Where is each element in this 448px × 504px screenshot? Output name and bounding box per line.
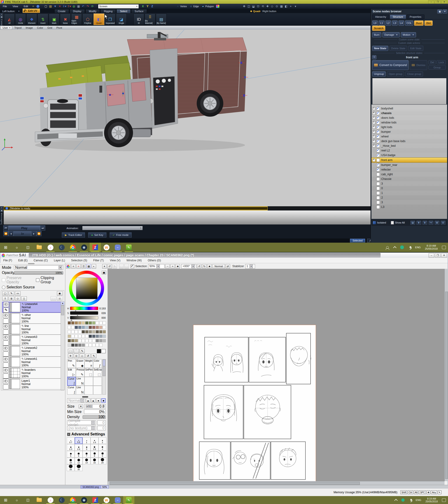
- scene-node-row[interactable]: 3: [372, 181, 447, 186]
- lock-button[interactable]: Lock: [437, 60, 446, 64]
- color-swatch[interactable]: [92, 326, 95, 329]
- color-swatch[interactable]: [89, 343, 92, 347]
- rewind-icon[interactable]: ⏪: [3, 231, 8, 236]
- select-tool-quadr[interactable]: ◧Quadr: [93, 14, 104, 25]
- select-tool-mark[interactable]: ▣Mark: [49, 14, 59, 25]
- transfer-down-button[interactable]: ⇩: [2, 296, 8, 301]
- screen-mode-combo[interactable]: Screen▼: [98, 4, 139, 9]
- brush-size-1.5[interactable]: 1.5: [90, 437, 98, 444]
- brush-size-8[interactable]: 8: [90, 451, 98, 458]
- close-icon[interactable]: ✕: [0, 206, 3, 209]
- color-swatch[interactable]: [92, 343, 95, 347]
- visibility-checkbox[interactable]: [376, 191, 380, 195]
- color-swatch[interactable]: [75, 330, 78, 333]
- brush-size-25[interactable]: 25: [67, 464, 75, 471]
- brush-size-3[interactable]: 3: [83, 444, 90, 451]
- visibility-eye-icon[interactable]: [4, 314, 8, 317]
- swatch-palette[interactable]: [65, 319, 108, 348]
- color-swatch[interactable]: [71, 326, 74, 329]
- state-button-dust[interactable]: Dust: [414, 20, 424, 26]
- tool-weight[interactable]: Weight≡: [85, 359, 93, 368]
- taskbar-icon-zmodeler[interactable]: Z: [90, 496, 101, 504]
- select-tool-circle[interactable]: ◎Circle: [15, 14, 26, 25]
- tool-curve[interactable]: Curve∫: [67, 386, 76, 395]
- undo-icon[interactable]: ↶: [81, 4, 85, 8]
- new-file-icon[interactable]: ▢: [44, 4, 48, 8]
- pin-icon[interactable]: ▣: [0, 16, 3, 18]
- visibility-eye-icon[interactable]: [4, 347, 8, 350]
- layer-row[interactable]: boardersNormal100%: [2, 367, 63, 378]
- taskbar-icon-steam[interactable]: ◉: [78, 243, 90, 252]
- color-wheel[interactable]: [69, 271, 104, 306]
- select-tool-separated[interactable]: ❒Separated: [105, 14, 115, 25]
- show-all-button[interactable]: Show All: [391, 221, 405, 224]
- sai-menu-edit[interactable]: Edit (E): [15, 259, 31, 262]
- viewport-user-tab[interactable]: User◂: [0, 26, 12, 30]
- color-swatch[interactable]: [89, 321, 92, 324]
- rotate-ccw-icon[interactable]: ↺: [197, 264, 201, 269]
- select-tool-none[interactable]: ✖None: [60, 14, 71, 25]
- edge-shape-1-icon[interactable]: ▲: [86, 398, 90, 403]
- ribbon-tab-display[interactable]: Display: [70, 9, 85, 13]
- select-tool-polyline[interactable]: ⬠Polyline: [82, 14, 93, 25]
- wand-tool-icon[interactable]: ✎: [80, 349, 85, 353]
- color-swatch[interactable]: [89, 330, 92, 333]
- select-tool--by-material-[interactable]: ⠿[By Material]: [145, 14, 155, 25]
- refresh-icon[interactable]: ⟳: [90, 4, 94, 8]
- scene-node-row[interactable]: window lods: [372, 120, 447, 125]
- sai-menu-window[interactable]: Window (W): [124, 259, 145, 262]
- tool-seleras[interactable]: SelEras⬚: [93, 368, 102, 377]
- right-button-tool[interactable]: Quadr: [253, 10, 260, 13]
- taskbar-icon-itunes[interactable]: ♪: [45, 496, 56, 504]
- color-swatch[interactable]: [89, 326, 92, 329]
- layer-row[interactable]: Linework2Normal100%: [2, 345, 63, 357]
- color-swatch[interactable]: [96, 326, 99, 329]
- left-button-dropdown-icon[interactable]: ▼: [17, 9, 21, 13]
- brush-size-30[interactable]: 30: [75, 464, 83, 471]
- expand-icon[interactable]: [372, 121, 376, 124]
- color-swatch[interactable]: [82, 326, 85, 329]
- color-swatch[interactable]: [78, 326, 81, 329]
- scene-node-row[interactable]: 1: [372, 191, 447, 195]
- lasso-tool-icon[interactable]: ⌒: [74, 349, 79, 353]
- edit-state-button[interactable]: Edit State: [408, 46, 423, 51]
- minimize-button[interactable]: –: [429, 253, 434, 258]
- tool-pressure[interactable]: Pressure✎: [76, 368, 85, 377]
- new-layer-button[interactable]: ▢: [2, 291, 8, 296]
- brush-size-20[interactable]: 20: [98, 458, 107, 464]
- canvas-vscrollbar[interactable]: [445, 269, 448, 481]
- visibility-checkbox[interactable]: [376, 159, 380, 162]
- toggle-polygon[interactable]: ▰Polygon: [201, 4, 214, 8]
- visibility-checkbox[interactable]: [376, 135, 380, 138]
- import-icon[interactable]: ⇧▾: [67, 4, 71, 8]
- toolbar-icon[interactable]: ⌖: [289, 4, 293, 8]
- color-swatch[interactable]: [78, 330, 81, 333]
- taskbar-icon-task-view[interactable]: ◫: [22, 496, 34, 504]
- size-dropdown-icon[interactable]: ▾: [79, 405, 83, 408]
- delete-state-button[interactable]: Delete State: [389, 46, 407, 51]
- brush-size-0.8[interactable]: 0.8: [75, 437, 83, 444]
- layer-mode-combo[interactable]: Normal▼: [14, 265, 63, 270]
- viewport-menu-grid[interactable]: Grid: [45, 26, 54, 29]
- density-slider[interactable]: 100: [83, 415, 106, 419]
- color-swatch[interactable]: [68, 339, 71, 342]
- expand-icon[interactable]: [372, 140, 376, 143]
- menu-edit[interactable]: Edit: [21, 5, 31, 8]
- color-swatch[interactable]: [82, 321, 85, 324]
- open-group-button[interactable]: Open group: [387, 72, 404, 76]
- pin-icon[interactable]: ▣: [437, 10, 442, 14]
- color-swatch[interactable]: [78, 335, 81, 338]
- tool-grid-scrollbar[interactable]: [102, 359, 106, 395]
- taskbar-icon-cortana[interactable]: ○: [11, 243, 22, 252]
- go-start-icon[interactable]: ⏮: [3, 225, 8, 231]
- burn-button[interactable]: Burn: [372, 32, 381, 37]
- track-editor-button[interactable]: ▶Track Editor: [62, 233, 85, 237]
- brush-size-0.7[interactable]: 0.7: [67, 437, 75, 444]
- visibility-checkbox[interactable]: [376, 144, 380, 148]
- toolbar-icon[interactable]: ⊙: [275, 4, 279, 8]
- color-swatch[interactable]: [85, 339, 89, 342]
- save-file-icon[interactable]: ▼: [53, 4, 57, 8]
- select-rect-tool-icon[interactable]: ⬚: [68, 349, 73, 353]
- select-tool--by-name-[interactable]: ▤[By Name]: [156, 14, 167, 25]
- min-size-field[interactable]: 0%: [84, 410, 106, 414]
